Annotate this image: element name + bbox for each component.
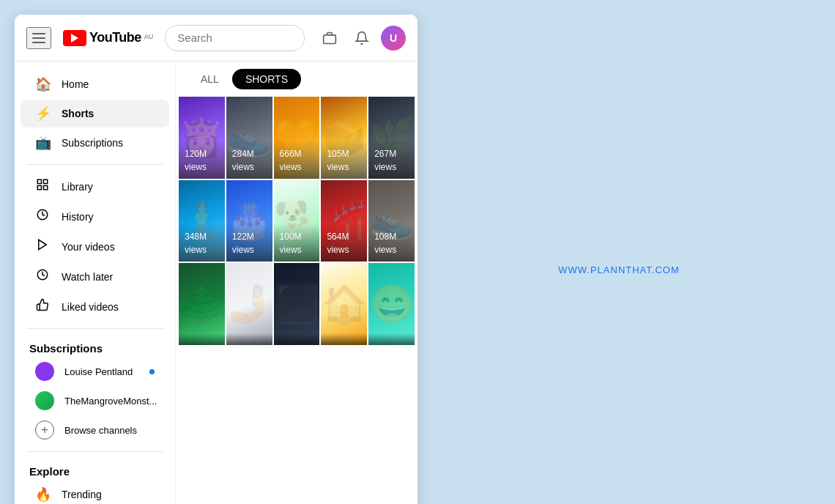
sidebar-label-home: Home bbox=[62, 78, 89, 90]
search-input[interactable] bbox=[166, 26, 305, 50]
video-overlay-11 bbox=[179, 333, 225, 345]
sidebar-label-liked-videos: Liked videos bbox=[62, 301, 119, 313]
liked-icon bbox=[35, 298, 50, 315]
view-count-8: 100M views bbox=[280, 231, 302, 255]
video-card-1[interactable]: 👸 120M views bbox=[179, 97, 225, 179]
sidebar-label-history: History bbox=[62, 211, 94, 223]
video-card-8[interactable]: 🐕 100M views bbox=[274, 180, 320, 262]
sidebar-item-library[interactable]: Library bbox=[21, 172, 169, 201]
watermark: WWW.PLANNTHAT.COM bbox=[558, 264, 680, 275]
avatar[interactable]: U bbox=[381, 26, 406, 51]
sidebar-item-shorts[interactable]: ⚡ Shorts bbox=[21, 100, 169, 127]
history-icon bbox=[35, 208, 50, 225]
browser-window: YouTube AU U bbox=[15, 15, 417, 504]
notifications-button[interactable] bbox=[349, 25, 375, 51]
browse-channels-item[interactable]: + Browse channels bbox=[21, 416, 169, 444]
trending-icon: 🔥 bbox=[35, 486, 50, 503]
sidebar-label-your-videos: Your videos bbox=[62, 241, 115, 253]
video-overlay-12 bbox=[226, 333, 272, 345]
main-layout: 🏠 Home ⚡ Shorts 📺 Subscriptions Library bbox=[15, 62, 417, 504]
search-container bbox=[165, 25, 305, 51]
sidebar-label-library: Library bbox=[62, 181, 93, 193]
subscriptions-title: Subscriptions bbox=[15, 336, 175, 357]
video-card-12[interactable]: 🤳 bbox=[226, 263, 272, 345]
video-overlay-1: 120M views bbox=[179, 141, 225, 179]
explore-title: Explore bbox=[15, 459, 175, 481]
video-overlay-10: 108M views bbox=[368, 223, 415, 262]
sidebar-item-watch-later[interactable]: Watch later bbox=[21, 262, 169, 291]
video-overlay-15 bbox=[368, 333, 415, 345]
video-card-13[interactable]: ⬛ bbox=[274, 263, 320, 345]
sidebar: 🏠 Home ⚡ Shorts 📺 Subscriptions Library bbox=[15, 62, 176, 504]
sidebar-item-liked-videos[interactable]: Liked videos bbox=[21, 292, 169, 321]
logo-text: YouTube bbox=[89, 30, 141, 45]
subscriptions-icon: 📺 bbox=[35, 135, 50, 151]
view-count-1: 120M views bbox=[185, 149, 207, 172]
sidebar-label-shorts: Shorts bbox=[62, 108, 94, 119]
browse-channels-icon: + bbox=[35, 420, 54, 440]
video-overlay-5: 267M views bbox=[368, 141, 415, 179]
view-count-9: 564M views bbox=[327, 231, 349, 255]
video-overlay-13 bbox=[274, 333, 320, 345]
sidebar-divider-2 bbox=[26, 328, 163, 329]
sidebar-item-your-videos[interactable]: Your videos bbox=[21, 232, 169, 261]
svg-rect-6 bbox=[44, 186, 48, 190]
svg-rect-2 bbox=[324, 34, 336, 43]
sidebar-label-watch-later: Watch later bbox=[62, 271, 113, 283]
video-card-2[interactable]: 👟 284M views bbox=[226, 97, 272, 179]
shorts-icon: ⚡ bbox=[35, 105, 50, 122]
subscription-item-mangrove[interactable]: TheMangroveMonst... bbox=[21, 387, 169, 415]
video-card-6[interactable]: 🧜 348M views bbox=[179, 180, 225, 262]
view-count-10: 108M views bbox=[374, 231, 396, 255]
video-card-11[interactable]: 🌲 bbox=[179, 263, 225, 345]
video-card-4[interactable]: 📦 105M views bbox=[321, 97, 367, 179]
view-count-5: 267M views bbox=[374, 149, 396, 172]
create-button[interactable] bbox=[316, 25, 343, 51]
sidebar-label-trending: Trending bbox=[62, 489, 102, 500]
content-area: ALL SHORTS 👸 120M views 👟 bbox=[176, 62, 417, 504]
your-videos-icon bbox=[35, 238, 50, 255]
filter-tab-all[interactable]: ALL bbox=[188, 69, 232, 89]
sidebar-item-subscriptions[interactable]: 📺 Subscriptions bbox=[21, 129, 169, 157]
video-card-9[interactable]: 🎢 564M views bbox=[321, 180, 367, 262]
video-overlay-3: 666M views bbox=[274, 141, 320, 179]
sidebar-divider-3 bbox=[26, 451, 163, 452]
svg-rect-4 bbox=[44, 179, 48, 183]
sidebar-item-home[interactable]: 🏠 Home bbox=[21, 70, 169, 98]
view-count-7: 122M views bbox=[232, 231, 254, 255]
video-card-15[interactable]: 😄 bbox=[368, 263, 415, 345]
subscription-item-louise[interactable]: Louise Pentland bbox=[21, 357, 169, 385]
svg-marker-8 bbox=[39, 240, 47, 250]
sidebar-item-trending[interactable]: 🔥 Trending bbox=[21, 481, 169, 504]
sidebar-item-history[interactable]: History bbox=[21, 202, 169, 231]
top-actions: U bbox=[316, 25, 406, 51]
view-count-2: 284M views bbox=[232, 149, 254, 172]
video-card-3[interactable]: 💛 666M views bbox=[274, 97, 320, 179]
sub-label-louise: Louise Pentland bbox=[64, 366, 133, 377]
video-overlay-9: 564M views bbox=[321, 223, 367, 262]
filter-tab-shorts[interactable]: SHORTS bbox=[232, 69, 301, 89]
sub-badge-louise bbox=[149, 369, 155, 374]
video-overlay-7: 122M views bbox=[226, 223, 272, 262]
video-overlay-6: 348M views bbox=[179, 223, 225, 262]
sub-label-mangrove: TheMangroveMonst... bbox=[64, 396, 157, 407]
menu-button[interactable] bbox=[26, 27, 51, 49]
video-overlay-4: 105M views bbox=[321, 141, 367, 179]
watch-later-icon bbox=[35, 268, 50, 285]
view-count-4: 105M views bbox=[327, 149, 349, 172]
view-count-3: 666M views bbox=[280, 149, 302, 172]
video-card-14[interactable]: 🏠 bbox=[321, 263, 367, 345]
video-grid: 👸 120M views 👟 284M views bbox=[176, 97, 417, 345]
logo[interactable]: YouTube AU bbox=[63, 30, 153, 46]
sidebar-divider-1 bbox=[26, 164, 163, 165]
video-card-7[interactable]: 🎂 122M views bbox=[226, 180, 272, 262]
filter-tabs: ALL SHORTS bbox=[176, 62, 417, 97]
library-icon bbox=[35, 178, 50, 195]
sub-avatar-mangrove bbox=[35, 391, 54, 410]
svg-rect-5 bbox=[37, 186, 41, 190]
video-card-10[interactable]: 👟 108M views bbox=[368, 180, 415, 262]
create-icon bbox=[322, 31, 337, 45]
video-overlay-14 bbox=[321, 333, 367, 345]
sidebar-label-subscriptions: Subscriptions bbox=[62, 137, 123, 149]
video-card-5[interactable]: 🌿 267M views bbox=[368, 97, 415, 179]
